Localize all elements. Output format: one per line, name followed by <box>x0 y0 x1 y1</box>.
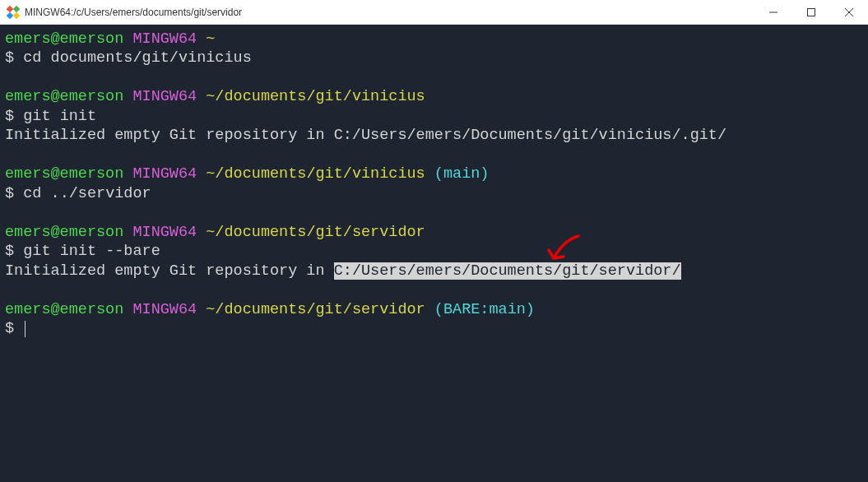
user-host: emers@emerson <box>5 88 123 105</box>
prompt-line: emers@emerson MINGW64 ~/documents/git/se… <box>5 300 863 319</box>
mingw-label: MINGW64 <box>132 88 197 105</box>
user-host: emers@emerson <box>5 165 123 183</box>
command-text: cd ../servidor <box>23 185 151 202</box>
prompt-symbol: $ <box>5 49 14 67</box>
svg-rect-5 <box>808 9 815 16</box>
mingw-label: MINGW64 <box>132 30 197 48</box>
user-host: emers@emerson <box>5 30 123 48</box>
branch-label: (main) <box>434 165 490 183</box>
output-line: Initialized empty Git repository in C:/U… <box>5 262 863 280</box>
command-text: git init --bare <box>23 243 160 260</box>
path-label: ~/documents/git/servidor <box>206 301 425 318</box>
prompt-line: emers@emerson MINGW64 ~/documents/git/vi… <box>5 165 863 183</box>
command-line: $ <box>5 319 863 338</box>
command-line: $ cd documents/git/vinicius <box>5 49 863 67</box>
blank-line <box>5 68 863 87</box>
branch-label: (BARE:main) <box>434 301 535 318</box>
blank-line <box>5 146 863 165</box>
user-host: emers@emerson <box>5 224 123 241</box>
svg-rect-1 <box>13 6 20 12</box>
command-line: $ git init --bare <box>5 242 863 261</box>
mingw-label: MINGW64 <box>132 165 197 183</box>
terminal[interactable]: emers@emerson MINGW64 ~ $ cd documents/g… <box>0 25 868 482</box>
command-text: cd documents/git/vinicius <box>23 49 252 67</box>
window-title: MINGW64:/c/Users/emers/documents/git/ser… <box>25 7 242 18</box>
prompt-line: emers@emerson MINGW64 ~/documents/git/vi… <box>5 87 863 106</box>
maximize-button[interactable] <box>792 0 830 25</box>
cursor-icon <box>25 321 26 337</box>
blank-line <box>5 203 863 222</box>
titlebar: MINGW64:/c/Users/emers/documents/git/ser… <box>0 0 868 25</box>
command-line: $ git init <box>5 107 863 126</box>
window-controls <box>754 0 868 24</box>
close-button[interactable] <box>830 0 868 25</box>
app-icon <box>7 6 20 19</box>
prompt-line: emers@emerson MINGW64 ~ <box>5 30 863 49</box>
prompt-line: emers@emerson MINGW64 ~/documents/git/se… <box>5 223 863 242</box>
output-prefix: Initialized empty Git repository in <box>5 262 334 280</box>
svg-rect-0 <box>7 6 13 12</box>
minimize-button[interactable] <box>754 0 792 25</box>
path-label: ~/documents/git/vinicius <box>206 88 425 105</box>
output-highlight: C:/Users/emers/Documents/git/servidor/ <box>334 262 681 280</box>
output-line: Initialized empty Git repository in C:/U… <box>5 126 863 145</box>
mingw-label: MINGW64 <box>132 224 197 241</box>
path-label: ~ <box>206 30 215 48</box>
blank-line <box>5 280 863 299</box>
prompt-symbol: $ <box>5 243 14 260</box>
mingw-label: MINGW64 <box>132 301 197 318</box>
path-label: ~/documents/git/vinicius <box>206 165 425 183</box>
svg-rect-3 <box>13 12 20 18</box>
prompt-symbol: $ <box>5 185 14 202</box>
prompt-symbol: $ <box>5 320 14 337</box>
svg-rect-2 <box>7 12 13 18</box>
prompt-symbol: $ <box>5 108 14 125</box>
user-host: emers@emerson <box>5 301 123 318</box>
path-label: ~/documents/git/servidor <box>206 224 425 241</box>
command-text: git init <box>23 108 96 125</box>
titlebar-left: MINGW64:/c/Users/emers/documents/git/ser… <box>7 6 242 19</box>
command-line: $ cd ../servidor <box>5 184 863 203</box>
